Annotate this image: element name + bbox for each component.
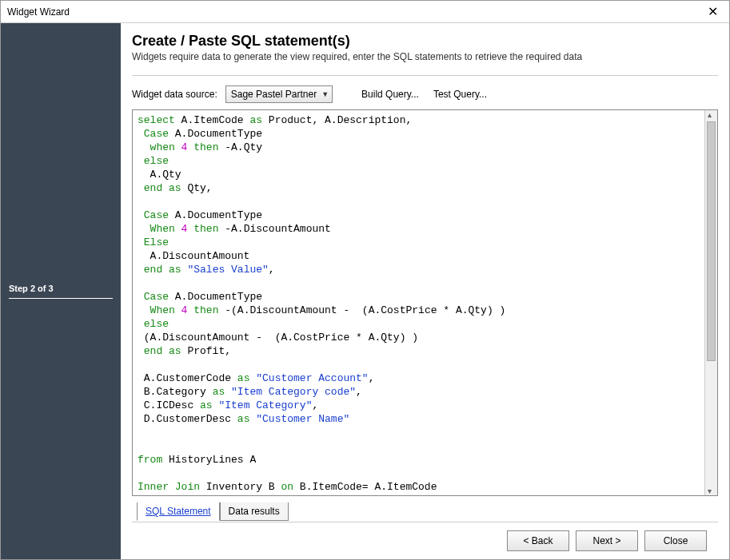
page-title: Create / Paste SQL statement(s) <box>132 33 718 50</box>
editor-scrollbar[interactable] <box>704 110 717 495</box>
next-button[interactable]: Next > <box>576 530 638 551</box>
data-source-value: Sage Pastel Partner <box>231 89 317 100</box>
divider <box>132 75 718 76</box>
build-query-button[interactable]: Build Query... <box>358 87 422 101</box>
body: Step 2 of 3 Create / Paste SQL statement… <box>1 23 729 559</box>
wizard-sidebar: Step 2 of 3 <box>1 23 121 559</box>
result-tabs: SQL Statement Data results <box>137 499 718 522</box>
test-query-button[interactable]: Test Query... <box>430 87 490 101</box>
back-button[interactable]: < Back <box>507 530 569 551</box>
step-indicator: Step 2 of 3 <box>9 284 113 299</box>
page-subtitle: Widgets require data to generate the vie… <box>132 51 718 62</box>
widget-wizard-window: Widget Wizard ✕ Step 2 of 3 Create / Pas… <box>0 0 730 560</box>
scroll-thumb[interactable] <box>707 121 716 361</box>
data-source-dropdown[interactable]: Sage Pastel Partner ▼ <box>225 85 333 103</box>
sql-editor-container: select A.ItemCode as Product, A.Descript… <box>132 109 718 496</box>
chevron-down-icon: ▼ <box>321 90 329 98</box>
tab-data-results[interactable]: Data results <box>220 502 289 521</box>
window-title: Widget Wizard <box>7 6 70 18</box>
close-button[interactable]: Close <box>644 530 707 551</box>
titlebar: Widget Wizard ✕ <box>1 1 729 23</box>
sql-editor[interactable]: select A.ItemCode as Product, A.Descript… <box>133 110 704 495</box>
data-source-label: Widget data source: <box>132 89 217 100</box>
tab-sql-statement[interactable]: SQL Statement <box>137 502 220 521</box>
wizard-footer: < Back Next > Close <box>132 522 718 559</box>
close-icon[interactable]: ✕ <box>703 4 723 19</box>
toolbar: Widget data source: Sage Pastel Partner … <box>132 85 718 103</box>
main-panel: Create / Paste SQL statement(s) Widgets … <box>121 23 729 559</box>
